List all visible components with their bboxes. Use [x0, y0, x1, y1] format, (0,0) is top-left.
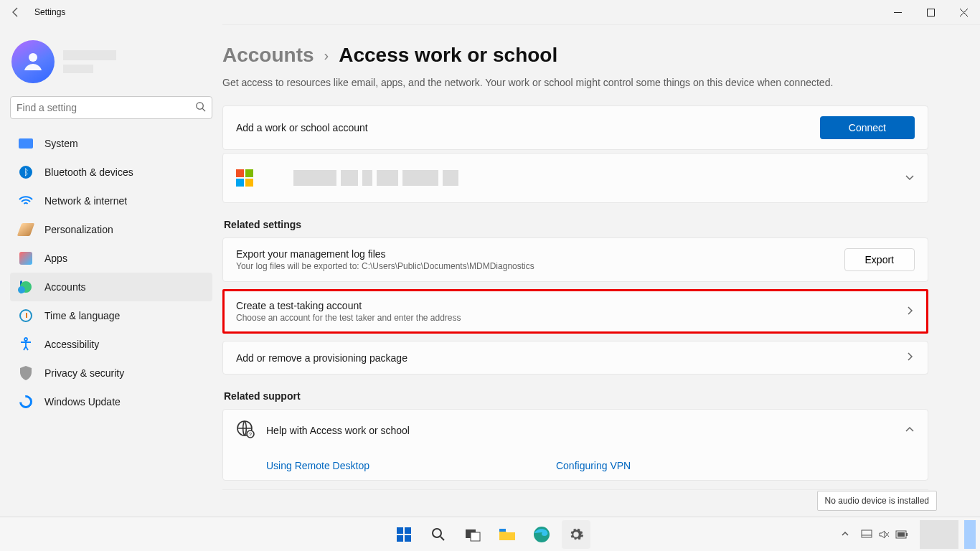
- sidebar: System ᛒ Bluetooth & devices Network & i…: [0, 24, 222, 517]
- back-button[interactable]: [0, 0, 32, 24]
- export-sub: Your log files will be exported to: C:\U…: [236, 261, 534, 271]
- account-name-redacted: [293, 170, 458, 186]
- chevron-up-icon: [905, 425, 915, 437]
- tray-chevron-icon[interactable]: [841, 528, 849, 541]
- help-link-vpn[interactable]: Configuring VPN: [556, 460, 631, 471]
- nav-label: Bluetooth & devices: [44, 166, 133, 178]
- nav-label: Accessibility: [44, 339, 99, 350]
- search-input[interactable]: [17, 102, 195, 113]
- nav-system[interactable]: System: [10, 129, 212, 158]
- nav-bluetooth[interactable]: ᛒ Bluetooth & devices: [10, 158, 212, 187]
- search-box[interactable]: [10, 96, 212, 119]
- taskbar-search-button[interactable]: [424, 520, 453, 549]
- maximize-button[interactable]: [914, 0, 947, 24]
- export-log-row: Export your management log files Your lo…: [222, 237, 928, 282]
- export-button[interactable]: Export: [844, 248, 915, 271]
- clock-area-redacted[interactable]: [920, 520, 958, 549]
- audio-tooltip: No audio device is installed: [817, 491, 937, 511]
- apps-icon: [19, 251, 33, 265]
- nav-network[interactable]: Network & internet: [10, 187, 212, 215]
- audio-muted-icon: [878, 529, 890, 540]
- breadcrumb-parent[interactable]: Accounts: [222, 44, 314, 67]
- start-button[interactable]: [390, 520, 418, 549]
- create-test-account-row[interactable]: Create a test-taking account Choose an a…: [222, 289, 928, 334]
- chevron-right-icon: [905, 352, 915, 364]
- add-account-card: Add a work or school account Connect: [222, 105, 928, 150]
- svg-text:?: ?: [249, 432, 252, 437]
- export-title: Export your management log files: [236, 248, 534, 260]
- svg-rect-10: [405, 535, 411, 542]
- nav-accounts[interactable]: Accounts: [10, 273, 212, 301]
- test-sub: Choose an account for the test taker and…: [236, 313, 461, 323]
- taskbar: [0, 517, 980, 551]
- section-related-support: Related support: [224, 390, 928, 402]
- search-icon: [195, 101, 206, 115]
- page-title: Access work or school: [339, 44, 557, 67]
- provisioning-row[interactable]: Add or remove a provisioning package: [222, 341, 928, 375]
- battery-icon: [895, 530, 908, 539]
- profile-name-redacted: [63, 50, 116, 73]
- globe-help-icon: ?: [236, 420, 255, 441]
- shield-icon: [19, 366, 33, 380]
- connected-account-row[interactable]: [222, 153, 928, 203]
- bluetooth-icon: ᛒ: [19, 165, 33, 179]
- microsoft-logo-icon: [236, 169, 253, 187]
- minimize-button[interactable]: [881, 0, 914, 24]
- chevron-right-icon: [905, 306, 915, 318]
- nav-label: Windows Update: [44, 396, 121, 408]
- nav-personalization[interactable]: Personalization: [10, 215, 212, 244]
- nav-time-language[interactable]: Time & language: [10, 301, 212, 330]
- task-view-button[interactable]: [458, 520, 487, 549]
- test-title: Create a test-taking account: [236, 300, 461, 311]
- provisioning-title: Add or remove a provisioning package: [236, 352, 407, 364]
- svg-rect-9: [397, 535, 403, 542]
- help-links: Using Remote Desktop Configuring VPN: [223, 451, 928, 480]
- page-subtitle: Get access to resources like email, apps…: [222, 77, 928, 88]
- nav-list: System ᛒ Bluetooth & devices Network & i…: [10, 129, 212, 416]
- svg-rect-14: [499, 529, 506, 532]
- chevron-down-icon: [905, 172, 915, 184]
- svg-rect-16: [862, 530, 872, 537]
- svg-rect-19: [897, 532, 905, 537]
- svg-rect-13: [471, 532, 480, 541]
- nav-label: Time & language: [44, 310, 120, 321]
- svg-point-3: [24, 338, 27, 341]
- svg-point-2: [197, 102, 203, 108]
- svg-rect-8: [405, 527, 411, 534]
- nav-label: Privacy & security: [44, 367, 124, 379]
- wifi-icon: [19, 194, 33, 208]
- nav-label: Personalization: [44, 224, 113, 235]
- section-related-settings: Related settings: [224, 219, 928, 230]
- settings-taskbar-button[interactable]: [562, 520, 590, 549]
- help-title: Help with Access work or school: [266, 425, 410, 436]
- update-icon: [19, 395, 33, 409]
- nav-label: Accounts: [44, 281, 86, 293]
- nav-windows-update[interactable]: Windows Update: [10, 387, 212, 416]
- breadcrumb: Accounts › Access work or school: [222, 44, 928, 67]
- avatar: [11, 40, 55, 83]
- nav-privacy[interactable]: Privacy & security: [10, 359, 212, 387]
- brush-icon: [19, 222, 33, 237]
- nav-accessibility[interactable]: Accessibility: [10, 330, 212, 359]
- close-button[interactable]: [947, 0, 980, 24]
- nav-apps[interactable]: Apps: [10, 244, 212, 273]
- chevron-right-icon: ›: [324, 47, 329, 64]
- svg-point-11: [433, 529, 441, 537]
- svg-rect-0: [927, 9, 934, 16]
- system-tray[interactable]: [855, 529, 914, 540]
- main-content: Accounts › Access work or school Get acc…: [222, 25, 940, 490]
- add-account-label: Add a work or school account: [236, 122, 368, 133]
- window-title: Settings: [34, 7, 65, 17]
- clock-icon: [19, 309, 33, 323]
- accessibility-icon: [19, 337, 33, 352]
- notifications-button[interactable]: [964, 520, 976, 549]
- profile-block[interactable]: [11, 40, 212, 83]
- help-link-remote-desktop[interactable]: Using Remote Desktop: [266, 460, 369, 471]
- nav-label: Apps: [44, 253, 67, 264]
- connect-button[interactable]: Connect: [820, 116, 915, 139]
- file-explorer-button[interactable]: [493, 520, 522, 549]
- edge-button[interactable]: [527, 520, 556, 549]
- accounts-icon: [19, 280, 33, 294]
- help-row[interactable]: ? Help with Access work or school Using …: [222, 409, 928, 481]
- svg-rect-18: [906, 533, 908, 536]
